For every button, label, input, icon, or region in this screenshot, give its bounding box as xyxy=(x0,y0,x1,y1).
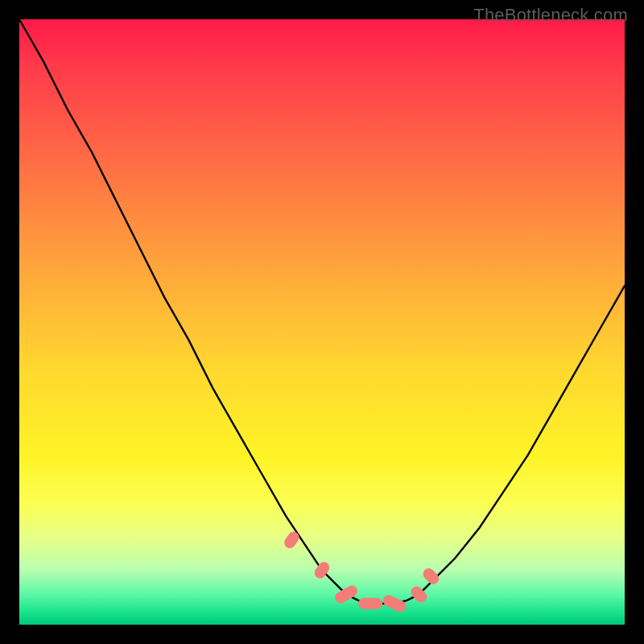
plot-svg xyxy=(19,19,625,625)
bottleneck-curve xyxy=(19,19,625,604)
marker-segment xyxy=(333,584,360,605)
marker-band xyxy=(282,530,441,614)
marker-segment xyxy=(382,593,408,613)
marker-segment xyxy=(421,566,441,586)
chart-area xyxy=(19,19,625,625)
marker-segment xyxy=(358,598,382,609)
marker-segment xyxy=(282,530,301,551)
